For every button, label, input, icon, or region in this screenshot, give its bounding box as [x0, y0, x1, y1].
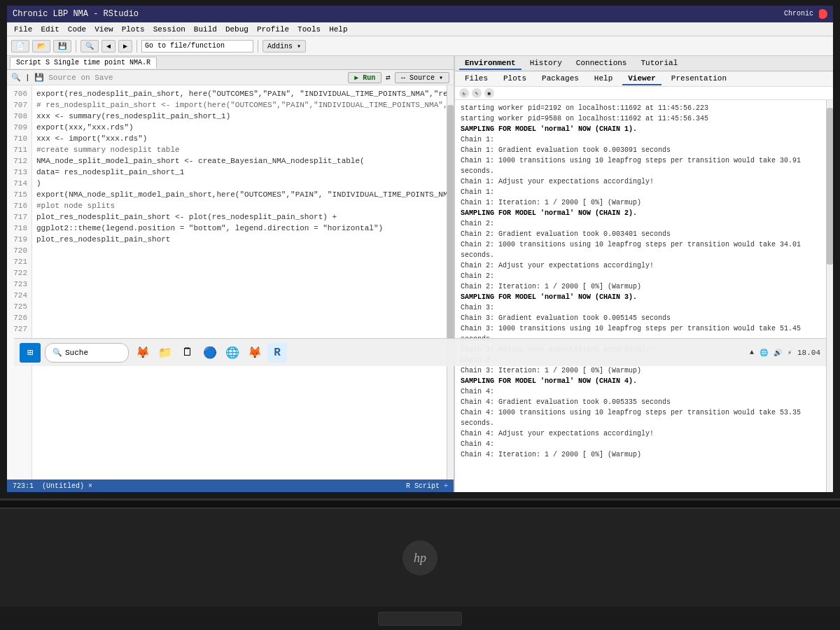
laptop-hinge [0, 500, 840, 509]
toolbar-separator-2 [136, 40, 137, 52]
menu-debug[interactable]: Debug [221, 25, 253, 34]
menu-build[interactable]: Build [190, 25, 221, 34]
output-scrollbar-thumb[interactable] [827, 108, 833, 265]
taskbar-icon-globe[interactable]: 🌐 [223, 343, 242, 363]
bottom-panel-tabs: Files Plots Packages Help Viewer Present… [455, 71, 833, 87]
main-toolbar: 📄 📂 💾 🔍 ◀ ▶ Go to file/function Addins ▾ [7, 36, 833, 56]
menu-edit[interactable]: Edit [36, 25, 63, 34]
tab-environment[interactable]: Environment [459, 57, 522, 70]
search-button[interactable]: 🔍 [80, 40, 99, 52]
menu-session[interactable]: Session [149, 25, 190, 34]
output-line: Chain 3: Gradient evaluation took 0.0051… [461, 313, 820, 323]
output-line: Chain 1: 1000 transitions using 10 leapf… [461, 155, 820, 166]
system-icon-arrow[interactable]: ▲ [750, 349, 754, 356]
system-icon-globe[interactable]: 🌐 [760, 349, 768, 357]
open-file-button[interactable]: 📂 [32, 40, 50, 52]
code-line: export(NMA_node_split_model_pain_short,h… [36, 189, 442, 200]
line-number: 715 [7, 189, 31, 200]
menu-profile[interactable]: Profile [253, 25, 293, 34]
taskbar-right: ▲ 🌐 🔊 ⚡ 18.04 [750, 349, 820, 357]
line-number: 708 [7, 111, 31, 122]
output-line: starting worker pid=2192 on localhost:11… [461, 103, 820, 113]
menu-tools[interactable]: Tools [293, 25, 325, 34]
output-line: Chain 4: [461, 386, 820, 397]
line-number: 711 [7, 144, 31, 155]
line-number: 725 [7, 301, 31, 312]
tab-packages[interactable]: Packages [536, 73, 584, 85]
code-line: plot_res_nodesplit_pain_short <- plot(re… [36, 211, 442, 223]
prev-button[interactable]: ◀ [102, 40, 115, 52]
save-button[interactable]: 💾 [53, 40, 71, 52]
tab-viewer[interactable]: Viewer [622, 73, 662, 85]
tab-history[interactable]: History [524, 57, 568, 70]
tab-files[interactable]: Files [459, 73, 493, 85]
editor-tab-script[interactable]: Script S Single time point NMA.R [10, 57, 157, 69]
tab-help[interactable]: Help [589, 73, 618, 85]
close-button[interactable] [818, 9, 827, 19]
menu-code[interactable]: Code [64, 25, 90, 34]
line-number: 713 [7, 167, 31, 178]
line-number: 719 [7, 234, 31, 245]
output-line: Chain 4: Gradient evaluation took 0.0053… [461, 397, 820, 407]
line-number: 724 [7, 290, 31, 301]
pen-icon[interactable]: ✎ [472, 88, 482, 98]
tab-plots[interactable]: Plots [498, 73, 532, 85]
code-editor[interactable]: 7067077087097107117127137147157167177187… [7, 85, 454, 479]
scrollbar-thumb[interactable] [447, 105, 454, 342]
new-file-button[interactable]: 📄 [11, 40, 29, 52]
code-lines[interactable]: export(res_nodesplit_pain_short, here("O… [32, 85, 447, 479]
menu-help[interactable]: Help [325, 25, 351, 34]
next-button[interactable]: ▶ [118, 40, 132, 52]
output-line: Chain 1: Iteration: 1 / 2000 [ 0%] (Warm… [461, 197, 820, 208]
vertical-scrollbar[interactable] [447, 85, 454, 479]
code-line: #plot node splits [36, 200, 442, 211]
menu-file[interactable]: File [10, 25, 36, 34]
line-number: 709 [7, 122, 31, 133]
tab-connections[interactable]: Connections [570, 57, 633, 70]
hp-logo: hp [402, 540, 438, 575]
tab-presentation[interactable]: Presentation [666, 73, 732, 85]
refresh-icon[interactable]: ↻ [459, 88, 469, 98]
output-line: Chain 1: Gradient evaluation took 0.0030… [461, 145, 820, 155]
arrows-icon: ⇄ [386, 73, 391, 82]
start-button[interactable]: ⊞ [20, 343, 41, 363]
output-scrollbar[interactable] [826, 100, 833, 492]
system-icon-sound[interactable]: 🔊 [774, 349, 782, 357]
tab-tutorial[interactable]: Tutorial [635, 57, 683, 70]
line-number: 707 [7, 99, 31, 111]
menu-view[interactable]: View [90, 25, 117, 34]
line-number: 706 [7, 88, 31, 99]
menu-plots[interactable]: Plots [118, 25, 149, 34]
viewer-toolbar: ↻ ✎ ■ [455, 87, 833, 100]
taskbar-icon-r[interactable]: R [267, 343, 287, 363]
output-line: SAMPLING FOR MODEL 'normal' NOW (CHAIN 2… [461, 208, 820, 218]
rscript-label: R Script ÷ [406, 482, 448, 490]
taskbar-icon-explorer[interactable]: 🦊 [133, 343, 153, 363]
taskbar-icon-folder[interactable]: 📁 [155, 343, 175, 363]
taskbar-icon-app1[interactable]: 🔵 [200, 343, 220, 363]
taskbar-icon-firefox[interactable]: 🦊 [245, 343, 265, 363]
taskbar-icons: 🦊 📁 🗒 🔵 🌐 🦊 R [133, 343, 287, 363]
title-bar: Chronic LBP NMA - RStudio [7, 6, 833, 22]
touchpad[interactable] [378, 612, 462, 626]
run-button[interactable]: ▶ Run [348, 72, 382, 83]
output-line: Chain 1: Adjust your expectations accord… [461, 176, 820, 187]
search-bar[interactable]: 🔍 Suche [45, 343, 129, 363]
output-line: Chain 3: Iteration: 1 / 2000 [ 0%] (Warm… [461, 365, 820, 376]
output-line: Chain 4: Adjust your expectations accord… [461, 428, 820, 439]
source-button[interactable]: ↔ Source ▾ [395, 72, 449, 83]
toolbar-separator-e: | [25, 74, 30, 82]
system-icon-battery[interactable]: ⚡ [788, 349, 792, 357]
line-number: 714 [7, 178, 31, 189]
line-number: 722 [7, 267, 31, 279]
tab-label[interactable]: (Untitled) × [42, 482, 92, 490]
code-line: ggplot2::theme(legend.position = "bottom… [36, 223, 442, 234]
goto-file-input[interactable]: Go to file/function [141, 40, 253, 52]
taskbar-icon-notepad[interactable]: 🗒 [178, 343, 197, 363]
menu-bar: File Edit Code View Plots Session Build … [7, 22, 833, 36]
output-line: Chain 1: [461, 134, 820, 145]
toolbar-separator-3 [258, 40, 258, 52]
addins-button[interactable]: Addins ▾ [262, 40, 306, 52]
output-line: Chain 3: 1000 transitions using 10 leapf… [461, 323, 820, 334]
stop-icon[interactable]: ■ [484, 88, 494, 98]
